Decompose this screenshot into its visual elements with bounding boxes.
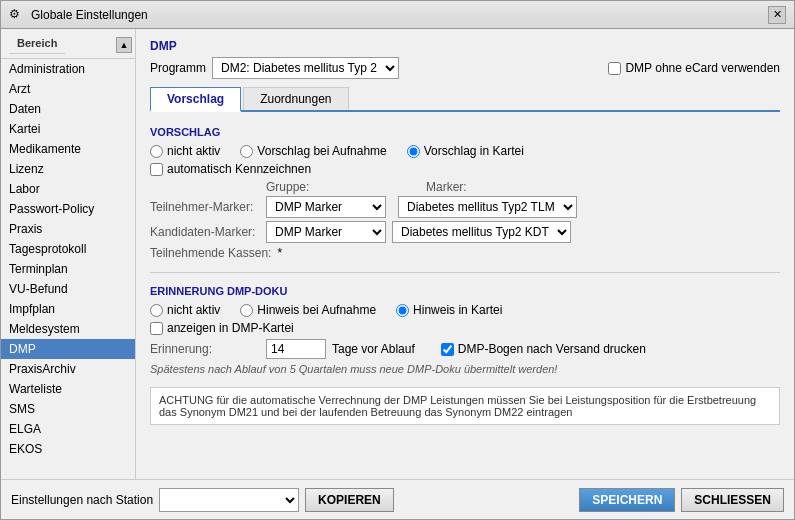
sidebar-item-daten[interactable]: Daten xyxy=(1,99,135,119)
info-text: Spätestens nach Ablauf von 5 Quartalen m… xyxy=(150,363,780,375)
vorschlag-radio-aufnahme[interactable]: Vorschlag bei Aufnahme xyxy=(240,144,386,158)
schliessen-button[interactable]: SCHLIESSEN xyxy=(681,488,784,512)
erinnerung-section: ERINNERUNG DMP-DOKU nicht aktiv Hinweis … xyxy=(150,281,780,381)
no-ecard-checkbox[interactable] xyxy=(608,62,621,75)
kandidaten-marker-select[interactable]: Diabetes mellitus Typ2 KDT xyxy=(392,221,571,243)
kassen-row: Teilnehmende Kassen: * xyxy=(150,246,780,260)
sidebar-item-impfplan[interactable]: Impfplan xyxy=(1,299,135,319)
sidebar-item-dmp[interactable]: DMP xyxy=(1,339,135,359)
station-label: Einstellungen nach Station xyxy=(11,493,153,507)
speichern-button[interactable]: SPEICHERN xyxy=(579,488,675,512)
title-bar-left: ⚙ Globale Einstellungen xyxy=(9,7,148,23)
erinnerung-radio-kartei[interactable]: Hinweis in Kartei xyxy=(396,303,502,317)
gruppe-col-header: Gruppe: xyxy=(266,180,406,194)
window-title: Globale Einstellungen xyxy=(31,8,148,22)
tab-vorschlag[interactable]: Vorschlag xyxy=(150,87,241,112)
app-icon: ⚙ xyxy=(9,7,25,23)
kassen-label: Teilnehmende Kassen: xyxy=(150,246,271,260)
anzeigen-checkbox[interactable] xyxy=(150,322,163,335)
kopieren-button[interactable]: KOPIEREN xyxy=(305,488,394,512)
program-label: Programm xyxy=(150,61,206,75)
sidebar-item-praxisarchiv[interactable]: PraxisArchiv xyxy=(1,359,135,379)
dmp-section-title: DMP xyxy=(150,39,780,53)
bogen-label: DMP-Bogen nach Versand drucken xyxy=(458,342,646,356)
anzeigen-label: anzeigen in DMP-Kartei xyxy=(167,321,294,335)
marker-col-header: Marker: xyxy=(426,180,467,194)
kandidaten-label: Kandidaten-Marker: xyxy=(150,225,260,239)
main-panel: DMP Programm DM2: Diabetes mellitus Typ … xyxy=(136,29,794,479)
reminder-label: Erinnerung: xyxy=(150,342,260,356)
erinnerung-radio-nicht-aktiv[interactable]: nicht aktiv xyxy=(150,303,220,317)
auto-kennzeichnen-label: automatisch Kennzeichnen xyxy=(167,162,311,176)
sidebar-item-passwortpolicy[interactable]: Passwort-Policy xyxy=(1,199,135,219)
content-area: Bereich ▲ AdministrationArztDatenKarteiM… xyxy=(1,29,794,479)
vorschlag-radio-kartei[interactable]: Vorschlag in Kartei xyxy=(407,144,524,158)
sidebar-header: Bereich xyxy=(9,33,65,54)
no-ecard-label: DMP ohne eCard verwenden xyxy=(625,61,780,75)
sidebar-item-meldesystem[interactable]: Meldesystem xyxy=(1,319,135,339)
warning-text: ACHTUNG für die automatische Verrechnung… xyxy=(150,387,780,425)
divider xyxy=(150,272,780,273)
sidebar-header-row: Bereich ▲ xyxy=(1,29,135,59)
sidebar-item-sms[interactable]: SMS xyxy=(1,399,135,419)
auto-kennzeichnen-checkbox-label[interactable]: automatisch Kennzeichnen xyxy=(150,162,311,176)
close-button[interactable]: ✕ xyxy=(768,6,786,24)
kassen-value: * xyxy=(277,246,282,260)
bogen-checkbox-label[interactable]: DMP-Bogen nach Versand drucken xyxy=(441,342,646,356)
teilnehmer-row: Teilnehmer-Marker: DMP Marker Diabetes m… xyxy=(150,196,780,218)
erinnerung-radio-aufnahme[interactable]: Hinweis bei Aufnahme xyxy=(240,303,376,317)
vorschlag-section-title: VORSCHLAG xyxy=(150,126,780,138)
sidebar-item-terminplan[interactable]: Terminplan xyxy=(1,259,135,279)
tage-label: Tage vor Ablauf xyxy=(332,342,415,356)
program-select[interactable]: DM2: Diabetes mellitus Typ 2 xyxy=(212,57,399,79)
footer-left: Einstellungen nach Station KOPIEREN xyxy=(11,488,394,512)
sidebar-item-kartei[interactable]: Kartei xyxy=(1,119,135,139)
reminder-row: Erinnerung: Tage vor Ablauf DMP-Bogen na… xyxy=(150,339,780,359)
no-ecard-checkbox-label[interactable]: DMP ohne eCard verwenden xyxy=(608,61,780,75)
station-select[interactable] xyxy=(159,488,299,512)
kandidaten-row: Kandidaten-Marker: DMP Marker Diabetes m… xyxy=(150,221,780,243)
sidebar: Bereich ▲ AdministrationArztDatenKarteiM… xyxy=(1,29,136,479)
erinnerung-checkbox-row: anzeigen in DMP-Kartei xyxy=(150,321,780,335)
erinnerung-radio-row1: nicht aktiv Hinweis bei Aufnahme Hinweis… xyxy=(150,303,780,317)
program-left: Programm DM2: Diabetes mellitus Typ 2 xyxy=(150,57,399,79)
main-window: ⚙ Globale Einstellungen ✕ Bereich ▲ Admi… xyxy=(0,0,795,520)
vorschlag-radio-nicht-aktiv[interactable]: nicht aktiv xyxy=(150,144,220,158)
sidebar-list: AdministrationArztDatenKarteiMedikamente… xyxy=(1,59,135,479)
sidebar-item-ekos[interactable]: EKOS xyxy=(1,439,135,459)
vorschlag-radio-row1: nicht aktiv Vorschlag bei Aufnahme Vorsc… xyxy=(150,144,780,158)
vorschlag-radio-row2: automatisch Kennzeichnen xyxy=(150,162,780,176)
sidebar-item-vubefund[interactable]: VU-Befund xyxy=(1,279,135,299)
bogen-checkbox[interactable] xyxy=(441,343,454,356)
sidebar-item-medikamente[interactable]: Medikamente xyxy=(1,139,135,159)
kandidaten-gruppe-select[interactable]: DMP Marker xyxy=(266,221,386,243)
program-row: Programm DM2: Diabetes mellitus Typ 2 DM… xyxy=(150,57,780,79)
erinnerung-section-title: ERINNERUNG DMP-DOKU xyxy=(150,285,780,297)
vorschlag-section: VORSCHLAG nicht aktiv Vorschlag bei Aufn… xyxy=(150,122,780,264)
footer-right: SPEICHERN SCHLIESSEN xyxy=(579,488,784,512)
sidebar-item-warteliste[interactable]: Warteliste xyxy=(1,379,135,399)
sidebar-item-tagesprotokoll[interactable]: Tagesprotokoll xyxy=(1,239,135,259)
sidebar-scroll-up[interactable]: ▲ xyxy=(116,37,132,53)
sidebar-item-arzt[interactable]: Arzt xyxy=(1,79,135,99)
teilnehmer-marker-select[interactable]: Diabetes mellitus Typ2 TLM xyxy=(398,196,577,218)
anzeigen-checkbox-label[interactable]: anzeigen in DMP-Kartei xyxy=(150,321,294,335)
teilnehmer-label: Teilnehmer-Marker: xyxy=(150,200,260,214)
title-bar: ⚙ Globale Einstellungen ✕ xyxy=(1,1,794,29)
tab-zuordnungen[interactable]: Zuordnungen xyxy=(243,87,348,110)
auto-kennzeichnen-checkbox[interactable] xyxy=(150,163,163,176)
sidebar-item-lizenz[interactable]: Lizenz xyxy=(1,159,135,179)
sidebar-item-praxis[interactable]: Praxis xyxy=(1,219,135,239)
tabs: VorschlagZuordnungen xyxy=(150,87,780,112)
footer: Einstellungen nach Station KOPIEREN SPEI… xyxy=(1,479,794,519)
teilnehmer-gruppe-select[interactable]: DMP Marker xyxy=(266,196,386,218)
sidebar-item-elga[interactable]: ELGA xyxy=(1,419,135,439)
reminder-input[interactable] xyxy=(266,339,326,359)
sidebar-item-administration[interactable]: Administration xyxy=(1,59,135,79)
sidebar-item-labor[interactable]: Labor xyxy=(1,179,135,199)
